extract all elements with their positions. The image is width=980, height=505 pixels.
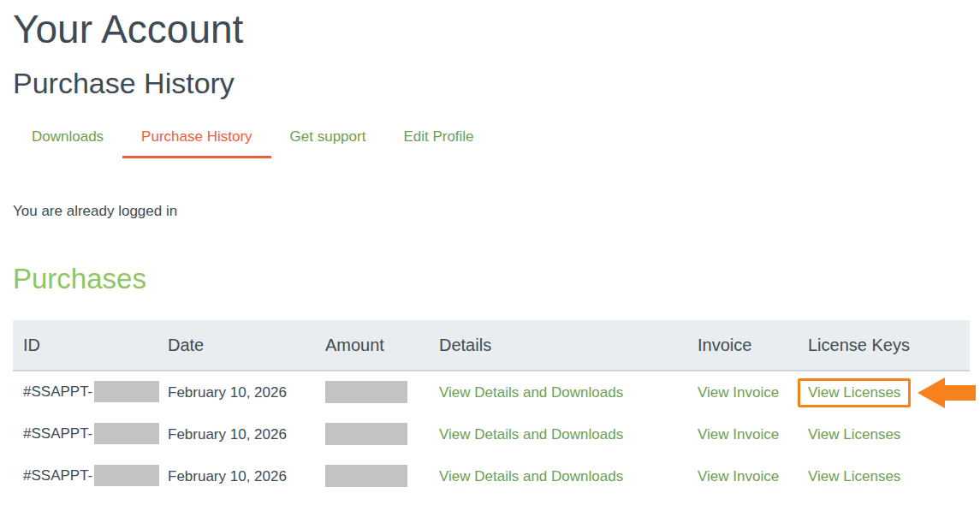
view-details-link[interactable]: View Details and Downloads bbox=[439, 426, 623, 443]
highlight-box: View Licenses bbox=[798, 378, 911, 407]
redacted-amount-value bbox=[325, 381, 407, 403]
purchase-amount-cell bbox=[325, 413, 439, 455]
table-row: #SSAPPT- February 10, 2026 View Details … bbox=[13, 455, 970, 497]
purchase-amount-cell bbox=[325, 371, 439, 413]
column-header-license-keys: License Keys bbox=[808, 320, 970, 371]
account-tabs: Downloads Purchase History Get support E… bbox=[13, 128, 980, 158]
purchase-date: February 10, 2026 bbox=[168, 455, 325, 497]
purchase-id-prefix: #SSAPPT- bbox=[23, 467, 92, 484]
view-licenses-link[interactable]: View Licenses bbox=[808, 384, 900, 401]
tab-edit-profile[interactable]: Edit Profile bbox=[384, 128, 492, 158]
purchase-id-prefix: #SSAPPT- bbox=[23, 383, 92, 400]
purchase-id-prefix: #SSAPPT- bbox=[23, 425, 92, 442]
login-status-message: You are already logged in bbox=[13, 203, 980, 220]
purchases-heading: Purchases bbox=[13, 263, 980, 295]
view-details-link[interactable]: View Details and Downloads bbox=[439, 384, 623, 401]
column-header-invoice: Invoice bbox=[698, 320, 808, 371]
purchases-table: ID Date Amount Details Invoice License K… bbox=[13, 320, 970, 497]
table-row: #SSAPPT- February 10, 2026 View Details … bbox=[13, 371, 970, 413]
column-header-id: ID bbox=[13, 320, 168, 371]
tab-get-support[interactable]: Get support bbox=[271, 128, 385, 158]
account-page: Your Account Purchase History Downloads … bbox=[0, 7, 980, 497]
license-cell: View Licenses bbox=[808, 377, 970, 408]
view-invoice-link[interactable]: View Invoice bbox=[698, 384, 779, 401]
purchase-id-cell: #SSAPPT- bbox=[13, 371, 168, 413]
view-licenses-link[interactable]: View Licenses bbox=[808, 468, 900, 484]
page-title: Your Account bbox=[13, 7, 980, 52]
column-header-details: Details bbox=[439, 320, 698, 371]
purchase-date: February 10, 2026 bbox=[168, 413, 325, 455]
column-header-amount: Amount bbox=[325, 320, 439, 371]
purchase-date: February 10, 2026 bbox=[168, 371, 325, 413]
view-invoice-link[interactable]: View Invoice bbox=[698, 468, 779, 484]
redacted-amount-value bbox=[325, 465, 407, 487]
redacted-id-value bbox=[94, 423, 159, 444]
table-row: #SSAPPT- February 10, 2026 View Details … bbox=[13, 413, 970, 455]
page-subtitle: Purchase History bbox=[13, 68, 980, 99]
tab-downloads[interactable]: Downloads bbox=[13, 128, 122, 158]
redacted-id-value bbox=[94, 465, 159, 486]
tab-purchase-history[interactable]: Purchase History bbox=[122, 128, 270, 158]
redacted-amount-value bbox=[325, 423, 407, 445]
purchase-amount-cell bbox=[325, 455, 439, 497]
table-header-row: ID Date Amount Details Invoice License K… bbox=[13, 320, 970, 371]
purchase-id-cell: #SSAPPT- bbox=[13, 413, 168, 455]
left-arrow-icon bbox=[918, 377, 976, 408]
view-details-link[interactable]: View Details and Downloads bbox=[439, 468, 623, 484]
purchase-id-cell: #SSAPPT- bbox=[13, 455, 168, 497]
view-licenses-link[interactable]: View Licenses bbox=[808, 426, 900, 443]
redacted-id-value bbox=[94, 381, 159, 402]
column-header-date: Date bbox=[168, 320, 325, 371]
view-invoice-link[interactable]: View Invoice bbox=[698, 426, 779, 443]
